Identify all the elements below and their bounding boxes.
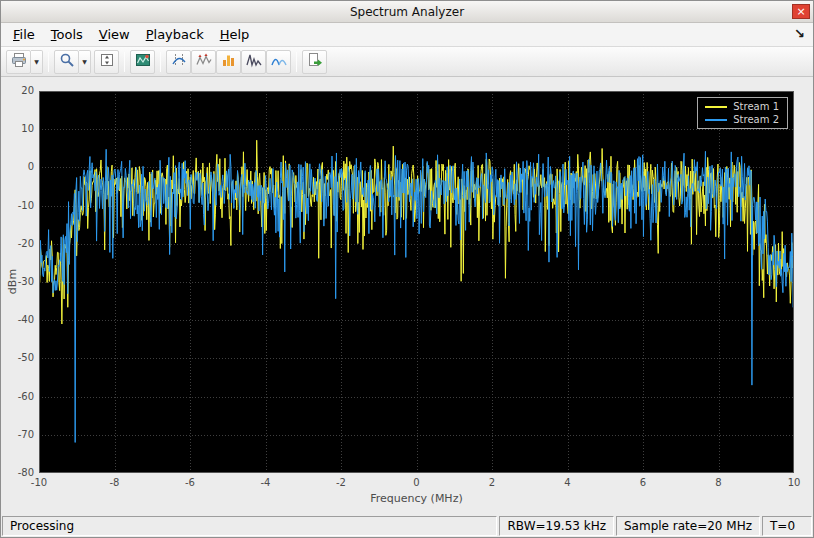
channel-curves-icon	[271, 52, 287, 71]
spectrum-analyzer-window: Spectrum Analyzer × File Tools View Play…	[0, 0, 814, 538]
window-title: Spectrum Analyzer	[350, 5, 464, 19]
x-tick-label: 8	[715, 477, 721, 488]
peak-finder-icon	[196, 52, 212, 71]
toolbar-separator	[48, 52, 49, 72]
ccdf-measurements-button[interactable]	[216, 50, 241, 74]
toolbar-separator	[160, 52, 161, 72]
x-tick-label: 6	[640, 477, 646, 488]
close-icon: ×	[796, 5, 805, 18]
y-tick-label: -20	[1, 238, 34, 249]
legend-entry: Stream 2	[698, 113, 787, 126]
x-tick-label: 2	[489, 477, 495, 488]
toolbar-separator	[296, 52, 297, 72]
distortion-measurements-button[interactable]	[241, 50, 266, 74]
y-tick-label: -30	[1, 276, 34, 287]
legend[interactable]: Stream 1Stream 2	[697, 97, 788, 129]
waveform-icon	[246, 52, 262, 71]
cursor-measurements-icon	[171, 52, 187, 71]
y-tick-label: -60	[1, 391, 34, 402]
x-tick-label: -4	[261, 477, 271, 488]
dock-icon[interactable]: ↘	[794, 26, 805, 41]
zoom-button[interactable]	[54, 50, 79, 74]
y-tick-label: -70	[1, 429, 34, 440]
y-tick-label: 0	[1, 161, 34, 172]
close-button[interactable]: ×	[792, 4, 810, 19]
fit-to-view-button[interactable]	[94, 50, 119, 74]
spectrum-settings-button[interactable]	[130, 50, 155, 74]
x-tick-label: -10	[31, 477, 47, 488]
status-message: Processing	[2, 516, 497, 536]
menu-view[interactable]: View	[91, 24, 138, 45]
expand-icon	[99, 52, 115, 71]
x-tick-label: 10	[788, 477, 801, 488]
histogram-icon	[221, 52, 237, 71]
status-sample-rate: Sample rate=20 MHz	[616, 516, 760, 536]
toolbar-separator	[124, 52, 125, 72]
x-tick-label: -6	[185, 477, 195, 488]
title-bar[interactable]: Spectrum Analyzer ×	[1, 1, 813, 23]
status-bar: Processing RBW=19.53 kHz Sample rate=20 …	[1, 515, 813, 537]
y-tick-label: -10	[1, 200, 34, 211]
x-tick-label: 4	[564, 477, 570, 488]
legend-entry: Stream 1	[698, 100, 787, 113]
x-tick-label: -2	[336, 477, 346, 488]
magnifier-icon	[59, 52, 75, 71]
legend-line-sample	[705, 119, 727, 121]
playback-step-button[interactable]	[302, 50, 327, 74]
y-tick-label: -80	[1, 467, 34, 478]
menu-tools[interactable]: Tools	[43, 24, 91, 45]
y-tick-label: 10	[1, 123, 34, 134]
status-time: T=0	[762, 516, 812, 536]
spectrum-settings-icon	[135, 52, 151, 71]
plot-panel: dBm Stream 1Stream 2 Frequency (MHz) 201…	[1, 77, 813, 515]
print-dropdown[interactable]: ▼	[31, 50, 43, 74]
peak-finder-button[interactable]	[191, 50, 216, 74]
y-tick-label: -40	[1, 314, 34, 325]
channel-measurements-button[interactable]	[266, 50, 291, 74]
status-rbw: RBW=19.53 kHz	[499, 516, 614, 536]
menu-playback[interactable]: Playback	[138, 24, 212, 45]
legend-line-sample	[705, 106, 727, 108]
menu-file[interactable]: File	[5, 24, 43, 45]
legend-label: Stream 1	[733, 101, 779, 112]
page-arrow-icon	[307, 52, 323, 71]
printer-icon	[11, 52, 27, 71]
x-tick-label: 0	[413, 477, 419, 488]
toolbar: ▼ ▼	[1, 47, 813, 77]
print-button[interactable]	[6, 50, 31, 74]
menu-bar: File Tools View Playback Help ↘	[1, 23, 813, 47]
x-tick-label: -8	[110, 477, 120, 488]
zoom-dropdown[interactable]: ▼	[79, 50, 91, 74]
spectrum-canvas[interactable]	[39, 91, 794, 473]
legend-label: Stream 2	[733, 114, 779, 125]
menu-help[interactable]: Help	[212, 24, 258, 45]
y-tick-label: 20	[1, 85, 34, 96]
cursor-measurements-button[interactable]	[166, 50, 191, 74]
x-axis-label: Frequency (MHz)	[39, 492, 794, 505]
y-tick-label: -50	[1, 352, 34, 363]
